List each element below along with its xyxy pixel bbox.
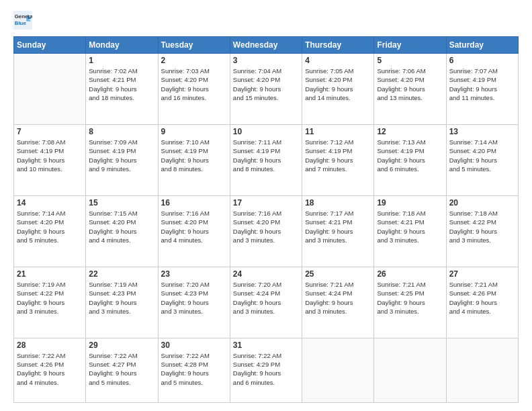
day-number: 26 [377,269,443,279]
calendar-cell: 27Sunrise: 7:21 AMSunset: 4:26 PMDayligh… [446,267,518,338]
day-number: 7 [17,127,83,136]
day-info: Sunrise: 7:21 AMSunset: 4:26 PMDaylight:… [449,280,515,316]
calendar-table: SundayMondayTuesdayWednesdayThursdayFrid… [13,36,519,403]
day-number: 14 [17,198,83,208]
col-header-tuesday: Tuesday [158,37,230,54]
calendar-cell: 22Sunrise: 7:19 AMSunset: 4:23 PMDayligh… [86,267,158,338]
day-info: Sunrise: 7:11 AMSunset: 4:19 PMDaylight:… [233,138,299,173]
calendar-cell [374,338,446,402]
day-number: 20 [449,198,515,208]
day-info: Sunrise: 7:14 AMSunset: 4:20 PMDaylight:… [449,138,515,173]
calendar-cell: 4Sunrise: 7:05 AMSunset: 4:20 PMDaylight… [302,54,374,125]
day-number: 10 [233,127,299,136]
day-info: Sunrise: 7:16 AMSunset: 4:20 PMDaylight:… [233,209,299,244]
col-header-wednesday: Wednesday [230,37,302,54]
day-info: Sunrise: 7:22 AMSunset: 4:29 PMDaylight:… [233,351,299,387]
day-number: 19 [377,198,443,208]
day-info: Sunrise: 7:02 AMSunset: 4:21 PMDaylight:… [89,66,154,102]
day-number: 3 [233,56,299,65]
day-info: Sunrise: 7:10 AMSunset: 4:19 PMDaylight:… [161,138,227,173]
day-number: 22 [89,269,154,279]
day-info: Sunrise: 7:04 AMSunset: 4:20 PMDaylight:… [233,66,299,102]
calendar-cell [446,338,518,402]
day-info: Sunrise: 7:14 AMSunset: 4:20 PMDaylight:… [17,209,83,244]
calendar-cell: 28Sunrise: 7:22 AMSunset: 4:26 PMDayligh… [14,338,86,402]
day-number: 16 [161,198,227,208]
col-header-thursday: Thursday [302,37,374,54]
calendar-cell: 1Sunrise: 7:02 AMSunset: 4:21 PMDaylight… [86,54,158,125]
day-number: 24 [233,269,299,279]
calendar-cell: 14Sunrise: 7:14 AMSunset: 4:20 PMDayligh… [14,195,86,267]
header: General Blue [13,11,519,30]
day-number: 2 [161,56,227,65]
day-number: 8 [89,127,154,136]
col-header-sunday: Sunday [14,37,86,54]
calendar-cell: 6Sunrise: 7:07 AMSunset: 4:19 PMDaylight… [446,54,518,125]
calendar-cell: 26Sunrise: 7:21 AMSunset: 4:25 PMDayligh… [374,267,446,338]
calendar-cell: 7Sunrise: 7:08 AMSunset: 4:19 PMDaylight… [14,124,86,195]
day-info: Sunrise: 7:22 AMSunset: 4:26 PMDaylight:… [17,351,83,387]
calendar-cell: 5Sunrise: 7:06 AMSunset: 4:20 PMDaylight… [374,54,446,125]
calendar-cell: 9Sunrise: 7:10 AMSunset: 4:19 PMDaylight… [158,124,230,195]
col-header-saturday: Saturday [446,37,518,54]
calendar-cell: 2Sunrise: 7:03 AMSunset: 4:20 PMDaylight… [158,54,230,125]
calendar-cell: 23Sunrise: 7:20 AMSunset: 4:23 PMDayligh… [158,267,230,338]
day-number: 18 [305,198,371,208]
day-number: 11 [305,127,371,136]
day-info: Sunrise: 7:03 AMSunset: 4:20 PMDaylight:… [161,66,227,102]
day-info: Sunrise: 7:20 AMSunset: 4:23 PMDaylight:… [161,280,227,316]
calendar-cell: 21Sunrise: 7:19 AMSunset: 4:22 PMDayligh… [14,267,86,338]
day-info: Sunrise: 7:18 AMSunset: 4:22 PMDaylight:… [449,209,515,244]
calendar-cell: 3Sunrise: 7:04 AMSunset: 4:20 PMDaylight… [230,54,302,125]
calendar-cell: 10Sunrise: 7:11 AMSunset: 4:19 PMDayligh… [230,124,302,195]
day-info: Sunrise: 7:19 AMSunset: 4:22 PMDaylight:… [17,280,83,316]
day-number: 15 [89,198,154,208]
calendar-cell [302,338,374,402]
svg-text:Blue: Blue [15,20,27,26]
day-info: Sunrise: 7:21 AMSunset: 4:25 PMDaylight:… [377,280,443,316]
calendar-cell: 19Sunrise: 7:18 AMSunset: 4:21 PMDayligh… [374,195,446,267]
col-header-friday: Friday [374,37,446,54]
day-number: 25 [305,269,371,279]
logo: General Blue [13,11,32,30]
day-info: Sunrise: 7:16 AMSunset: 4:20 PMDaylight:… [161,209,227,244]
calendar-cell: 12Sunrise: 7:13 AMSunset: 4:19 PMDayligh… [374,124,446,195]
day-number: 28 [17,340,83,350]
day-info: Sunrise: 7:09 AMSunset: 4:19 PMDaylight:… [89,138,154,173]
day-number: 30 [161,340,227,350]
day-info: Sunrise: 7:12 AMSunset: 4:19 PMDaylight:… [305,138,371,173]
col-header-monday: Monday [86,37,158,54]
calendar-cell: 30Sunrise: 7:22 AMSunset: 4:28 PMDayligh… [158,338,230,402]
page: General Blue SundayMondayTuesdayWednesda… [0,0,532,411]
calendar-cell: 24Sunrise: 7:20 AMSunset: 4:24 PMDayligh… [230,267,302,338]
day-number: 27 [449,269,515,279]
day-number: 12 [377,127,443,136]
calendar-cell: 20Sunrise: 7:18 AMSunset: 4:22 PMDayligh… [446,195,518,267]
calendar-cell: 18Sunrise: 7:17 AMSunset: 4:21 PMDayligh… [302,195,374,267]
calendar-cell: 13Sunrise: 7:14 AMSunset: 4:20 PMDayligh… [446,124,518,195]
day-number: 31 [233,340,299,350]
day-number: 4 [305,56,371,65]
day-number: 6 [449,56,515,65]
calendar-cell: 16Sunrise: 7:16 AMSunset: 4:20 PMDayligh… [158,195,230,267]
day-info: Sunrise: 7:19 AMSunset: 4:23 PMDaylight:… [89,280,154,316]
calendar-cell: 11Sunrise: 7:12 AMSunset: 4:19 PMDayligh… [302,124,374,195]
day-info: Sunrise: 7:15 AMSunset: 4:20 PMDaylight:… [89,209,154,244]
day-info: Sunrise: 7:05 AMSunset: 4:20 PMDaylight:… [305,66,371,102]
day-number: 9 [161,127,227,136]
day-info: Sunrise: 7:22 AMSunset: 4:28 PMDaylight:… [161,351,227,387]
day-info: Sunrise: 7:08 AMSunset: 4:19 PMDaylight:… [17,138,83,173]
day-info: Sunrise: 7:06 AMSunset: 4:20 PMDaylight:… [377,66,443,102]
logo-icon: General Blue [13,11,32,30]
calendar-cell: 15Sunrise: 7:15 AMSunset: 4:20 PMDayligh… [86,195,158,267]
calendar-cell: 31Sunrise: 7:22 AMSunset: 4:29 PMDayligh… [230,338,302,402]
day-info: Sunrise: 7:21 AMSunset: 4:24 PMDaylight:… [305,280,371,316]
day-number: 23 [161,269,227,279]
calendar-cell: 17Sunrise: 7:16 AMSunset: 4:20 PMDayligh… [230,195,302,267]
day-info: Sunrise: 7:17 AMSunset: 4:21 PMDaylight:… [305,209,371,244]
day-info: Sunrise: 7:07 AMSunset: 4:19 PMDaylight:… [449,66,515,102]
day-number: 13 [449,127,515,136]
day-number: 21 [17,269,83,279]
day-number: 29 [89,340,154,350]
day-number: 5 [377,56,443,65]
